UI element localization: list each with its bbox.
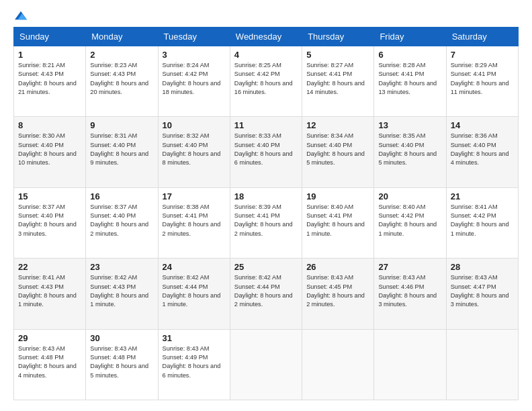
day-number: 25 [234, 262, 298, 272]
logo-text [13, 11, 27, 20]
calendar-cell: 26Sunrise: 8:43 AMSunset: 4:45 PMDayligh… [302, 259, 374, 329]
day-info: Sunrise: 8:23 AMSunset: 4:43 PMDaylight:… [90, 62, 148, 95]
calendar-cell: 20Sunrise: 8:40 AMSunset: 4:42 PMDayligh… [374, 187, 446, 258]
day-info: Sunrise: 8:40 AMSunset: 4:42 PMDaylight:… [378, 203, 437, 237]
day-info: Sunrise: 8:43 AMSunset: 4:45 PMDaylight:… [306, 274, 365, 308]
day-number: 31 [163, 333, 226, 343]
day-number: 21 [451, 191, 514, 201]
page: SundayMondayTuesdayWednesdayThursdayFrid… [0, 0, 532, 411]
day-header-sunday: Sunday [14, 28, 86, 46]
day-number: 16 [90, 191, 153, 201]
day-number: 30 [90, 333, 153, 343]
day-info: Sunrise: 8:40 AMSunset: 4:41 PMDaylight:… [306, 203, 365, 237]
calendar-cell: 3Sunrise: 8:24 AMSunset: 4:42 PMDaylight… [158, 46, 230, 117]
day-info: Sunrise: 8:21 AMSunset: 4:43 PMDaylight:… [18, 62, 77, 95]
day-number: 14 [451, 120, 514, 130]
calendar-cell: 15Sunrise: 8:37 AMSunset: 4:40 PMDayligh… [14, 187, 86, 258]
week-row-4: 22Sunrise: 8:41 AMSunset: 4:43 PMDayligh… [14, 259, 519, 329]
calendar-cell: 10Sunrise: 8:32 AMSunset: 4:40 PMDayligh… [158, 117, 230, 187]
day-number: 7 [451, 50, 514, 60]
day-number: 23 [90, 262, 153, 272]
day-number: 20 [378, 191, 441, 201]
week-row-1: 1Sunrise: 8:21 AMSunset: 4:43 PMDaylight… [14, 46, 519, 117]
calendar-cell: 8Sunrise: 8:30 AMSunset: 4:40 PMDaylight… [14, 117, 86, 187]
day-number: 8 [18, 120, 81, 130]
calendar-cell: 28Sunrise: 8:43 AMSunset: 4:47 PMDayligh… [446, 259, 518, 329]
day-number: 27 [378, 262, 441, 272]
day-number: 15 [18, 191, 81, 201]
calendar-table: SundayMondayTuesdayWednesdayThursdayFrid… [13, 27, 519, 400]
day-info: Sunrise: 8:41 AMSunset: 4:43 PMDaylight:… [18, 274, 77, 308]
calendar-cell: 14Sunrise: 8:36 AMSunset: 4:40 PMDayligh… [446, 117, 518, 187]
day-number: 11 [234, 120, 298, 130]
day-number: 12 [306, 120, 369, 130]
day-number: 17 [163, 191, 226, 201]
calendar-cell: 12Sunrise: 8:34 AMSunset: 4:40 PMDayligh… [302, 117, 374, 187]
day-number: 19 [306, 191, 369, 201]
week-row-5: 29Sunrise: 8:43 AMSunset: 4:48 PMDayligh… [14, 329, 519, 400]
day-info: Sunrise: 8:24 AMSunset: 4:42 PMDaylight:… [163, 62, 221, 95]
day-info: Sunrise: 8:43 AMSunset: 4:49 PMDaylight:… [163, 345, 221, 379]
day-info: Sunrise: 8:31 AMSunset: 4:40 PMDaylight:… [90, 132, 148, 166]
day-info: Sunrise: 8:43 AMSunset: 4:48 PMDaylight:… [90, 345, 148, 379]
day-info: Sunrise: 8:36 AMSunset: 4:40 PMDaylight:… [451, 132, 509, 166]
day-number: 6 [378, 50, 441, 60]
day-header-saturday: Saturday [446, 28, 518, 46]
week-row-3: 15Sunrise: 8:37 AMSunset: 4:40 PMDayligh… [14, 187, 519, 258]
calendar-cell: 24Sunrise: 8:42 AMSunset: 4:44 PMDayligh… [158, 259, 230, 329]
calendar-cell: 22Sunrise: 8:41 AMSunset: 4:43 PMDayligh… [14, 259, 86, 329]
calendar-cell [446, 329, 518, 400]
calendar-cell: 17Sunrise: 8:38 AMSunset: 4:41 PMDayligh… [158, 187, 230, 258]
day-number: 18 [234, 191, 298, 201]
day-number: 24 [163, 262, 226, 272]
day-info: Sunrise: 8:37 AMSunset: 4:40 PMDaylight:… [90, 203, 148, 237]
calendar-cell: 27Sunrise: 8:43 AMSunset: 4:46 PMDayligh… [374, 259, 446, 329]
calendar-cell: 29Sunrise: 8:43 AMSunset: 4:48 PMDayligh… [14, 329, 86, 400]
day-header-wednesday: Wednesday [230, 28, 302, 46]
calendar-cell: 31Sunrise: 8:43 AMSunset: 4:49 PMDayligh… [158, 329, 230, 400]
day-number: 10 [163, 120, 226, 130]
day-number: 13 [378, 120, 441, 130]
day-info: Sunrise: 8:43 AMSunset: 4:47 PMDaylight:… [451, 274, 509, 308]
day-number: 4 [234, 50, 298, 60]
day-info: Sunrise: 8:43 AMSunset: 4:46 PMDaylight:… [378, 274, 437, 308]
calendar-cell: 7Sunrise: 8:29 AMSunset: 4:41 PMDaylight… [446, 46, 518, 117]
calendar-cell: 23Sunrise: 8:42 AMSunset: 4:43 PMDayligh… [86, 259, 158, 329]
day-info: Sunrise: 8:42 AMSunset: 4:44 PMDaylight:… [234, 274, 293, 308]
day-header-tuesday: Tuesday [158, 28, 230, 46]
day-info: Sunrise: 8:42 AMSunset: 4:44 PMDaylight:… [163, 274, 221, 308]
day-info: Sunrise: 8:39 AMSunset: 4:41 PMDaylight:… [234, 203, 293, 237]
day-info: Sunrise: 8:38 AMSunset: 4:41 PMDaylight:… [163, 203, 221, 237]
calendar-cell: 1Sunrise: 8:21 AMSunset: 4:43 PMDaylight… [14, 46, 86, 117]
day-info: Sunrise: 8:43 AMSunset: 4:48 PMDaylight:… [18, 345, 77, 379]
day-number: 28 [451, 262, 514, 272]
day-header-monday: Monday [86, 28, 158, 46]
day-info: Sunrise: 8:28 AMSunset: 4:41 PMDaylight:… [378, 62, 437, 95]
day-info: Sunrise: 8:25 AMSunset: 4:42 PMDaylight:… [234, 62, 293, 95]
day-info: Sunrise: 8:32 AMSunset: 4:40 PMDaylight:… [163, 132, 221, 166]
day-info: Sunrise: 8:37 AMSunset: 4:40 PMDaylight:… [18, 203, 77, 237]
day-info: Sunrise: 8:27 AMSunset: 4:41 PMDaylight:… [306, 62, 365, 95]
calendar-cell: 6Sunrise: 8:28 AMSunset: 4:41 PMDaylight… [374, 46, 446, 117]
calendar-cell: 4Sunrise: 8:25 AMSunset: 4:42 PMDaylight… [230, 46, 302, 117]
calendar-cell: 16Sunrise: 8:37 AMSunset: 4:40 PMDayligh… [86, 187, 158, 258]
calendar-cell: 19Sunrise: 8:40 AMSunset: 4:41 PMDayligh… [302, 187, 374, 258]
day-number: 22 [18, 262, 81, 272]
calendar-cell [374, 329, 446, 400]
calendar-cell: 25Sunrise: 8:42 AMSunset: 4:44 PMDayligh… [230, 259, 302, 329]
calendar-cell: 18Sunrise: 8:39 AMSunset: 4:41 PMDayligh… [230, 187, 302, 258]
day-info: Sunrise: 8:30 AMSunset: 4:40 PMDaylight:… [18, 132, 77, 166]
day-number: 5 [306, 50, 369, 60]
day-number: 26 [306, 262, 369, 272]
day-info: Sunrise: 8:34 AMSunset: 4:40 PMDaylight:… [306, 132, 365, 166]
day-info: Sunrise: 8:29 AMSunset: 4:41 PMDaylight:… [451, 62, 509, 95]
week-row-2: 8Sunrise: 8:30 AMSunset: 4:40 PMDaylight… [14, 117, 519, 187]
day-number: 29 [18, 333, 81, 343]
calendar-cell: 11Sunrise: 8:33 AMSunset: 4:40 PMDayligh… [230, 117, 302, 187]
calendar-cell: 9Sunrise: 8:31 AMSunset: 4:40 PMDaylight… [86, 117, 158, 187]
logo-icon [15, 11, 27, 20]
day-info: Sunrise: 8:33 AMSunset: 4:40 PMDaylight:… [234, 132, 293, 166]
calendar-cell [302, 329, 374, 400]
day-number: 1 [18, 50, 81, 60]
calendar-cell [230, 329, 302, 400]
